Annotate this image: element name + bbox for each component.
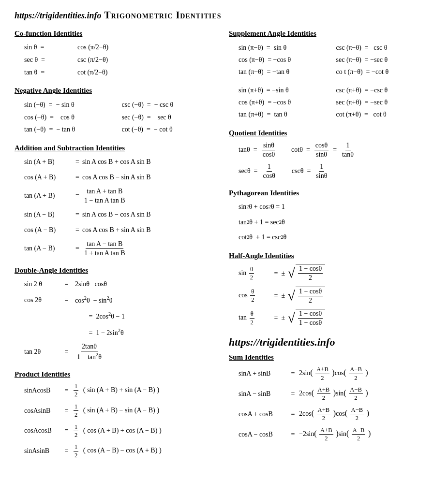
formula-row: sin (A + B) = sin A cos B + cos A sin B xyxy=(24,156,219,168)
product-section: Product Identities sinAcosB = 12 ( sin (… xyxy=(15,370,219,459)
formula-row: sec (−θ) = sec θ xyxy=(122,111,220,123)
formula-row: sec (π+θ) = −sec θ xyxy=(336,96,434,108)
formula-row: tan (π+θ) = tan θ xyxy=(239,108,336,120)
main-content: Co-function Identities sin θ = cos (π/2−… xyxy=(15,29,433,468)
header-title: Trigonometric Identities xyxy=(102,10,222,21)
cofunction-formulas: sin θ = cos (π/2−θ) sec θ = csc (π/2−θ) … xyxy=(24,42,219,78)
formula-row: = 1 − 2sin2θ xyxy=(87,326,219,338)
formula-row: cot (−θ) = − cot θ xyxy=(122,123,220,135)
formula-row: sin2θ + cos2θ = 1 xyxy=(239,201,433,213)
formula-row: tan θ2 = ± √ 1 − cosθ1 + cosθ xyxy=(239,309,433,327)
formula-row: cos θ2 = ± √ 1 + cosθ2 xyxy=(239,287,433,305)
formula-row: sec θ = csc (π/2−θ) xyxy=(24,54,219,66)
formula-row: sinA − sinB = 2cos( A+B2 )sin( A−B2 ) xyxy=(239,386,433,402)
right-column: Supplement Angle Identities sin (π−θ) = … xyxy=(229,29,433,468)
pythagorean-section: Pythagorean Identities sin2θ + cos2θ = 1… xyxy=(229,189,433,243)
sum-formulas: sinA + sinB = 2sin( A+B2 )cos( A−B2 ) si… xyxy=(239,365,433,442)
formula-row: sinAcosB = 12 ( sin (A + B) + sin (A − B… xyxy=(24,382,219,399)
pythagorean-title: Pythagorean Identities xyxy=(229,189,433,197)
formula-row: csc (π+θ) = −csc θ xyxy=(336,84,434,96)
formula-row: sin (A − B) = sin A cos B − cos A sin B xyxy=(24,209,219,220)
negative-formulas: sin (−θ) = − sin θ csc (−θ) = − csc θ co… xyxy=(24,99,219,135)
double-formulas: sin 2 θ = 2sinθ cosθ cos 2θ = cos2θ − si… xyxy=(24,278,219,362)
formula-row: cos (A + B) = cos A cos B − sin A sin B xyxy=(24,172,219,183)
addition-section: Addition and Subtraction Identities sin … xyxy=(15,144,219,258)
sum-title: Sum Identities xyxy=(229,353,433,362)
formula-row: cot (π+θ) = cot θ xyxy=(336,108,434,120)
formula-row: tan 2θ = 2tanθ 1 − tan2θ xyxy=(24,342,219,362)
negative-title: Negative Angle Identities xyxy=(15,87,219,95)
formula-row: tan θ = cot (π/2−θ) xyxy=(24,67,219,78)
formula-row: tan (A + B) = tan A + tan B 1 − tan A ta… xyxy=(24,187,219,205)
negative-section: Negative Angle Identities sin (−θ) = − s… xyxy=(15,87,219,135)
formula-row: cosAsinB = 12 ( sin (A + B) − sin (A − B… xyxy=(24,403,219,419)
supplement-formulas: sin (π−θ) = sin θ csc (π−θ) = csc θ cos … xyxy=(239,42,433,120)
halfangle-section: Half-Angle Identities sin θ2 = ± √ 1 − c… xyxy=(229,252,433,327)
formula-row: cosA − cosB = −2sin( A+B2 )sin( A−B2 ) xyxy=(239,426,433,443)
header-url: https://trigidentities.info xyxy=(15,11,102,21)
formula-row: = 2cos2θ − 1 xyxy=(87,310,219,322)
formula-row: co t (π−θ) = −cot θ xyxy=(336,66,434,78)
supplement-title: Supplement Angle Identities xyxy=(229,29,433,38)
supplement-section: Supplement Angle Identities sin (π−θ) = … xyxy=(229,29,433,120)
formula-row: cos (A − B) = cos A cos B + sin A sin B xyxy=(24,224,219,236)
formula-row: tan2θ + 1 = sec2θ xyxy=(239,217,433,228)
formula-row: csc (π−θ) = csc θ xyxy=(336,42,434,54)
formula-row: sin (−θ) = − sin θ xyxy=(24,99,122,111)
quotient-section: Quotient Identities tanθ = sinθcosθ cotθ… xyxy=(229,129,433,180)
formula-row: cos (−θ) = cos θ xyxy=(24,111,122,123)
double-title: Double-Angle Identities xyxy=(15,266,219,275)
formula-row: sinA + sinB = 2sin( A+B2 )cos( A−B2 ) xyxy=(239,365,433,382)
formula-row: sin θ = cos (π/2−θ) xyxy=(24,42,219,53)
footer-url: https://trigidentities.info xyxy=(229,336,433,349)
product-formulas: sinAcosB = 12 ( sin (A + B) + sin (A − B… xyxy=(24,382,219,459)
cofunction-title: Co-function Identities xyxy=(15,29,219,38)
sum-section: Sum Identities sinA + sinB = 2sin( A+B2 … xyxy=(229,353,433,442)
formula-row: cosA + cosB = 2cos( A+B2 )cos( A−B2 ) xyxy=(239,406,433,422)
formula-row: sec (π−θ) = −sec θ xyxy=(336,54,434,66)
formula-row: cos (π−θ) = −cos θ xyxy=(239,54,336,66)
formula-row: sin 2 θ = 2sinθ cosθ xyxy=(24,278,219,290)
formula-row: cot2θ + 1 = csc2θ xyxy=(239,232,433,243)
formula-row: csc (−θ) = − csc θ xyxy=(122,99,220,111)
double-section: Double-Angle Identities sin 2 θ = 2sinθ … xyxy=(15,266,219,362)
formula-row: cosAcosB = 12 ( cos (A + B) + cos (A − B… xyxy=(24,423,219,439)
left-column: Co-function Identities sin θ = cos (π/2−… xyxy=(15,29,219,468)
quotient-formulas: tanθ = sinθcosθ cotθ = cosθsinθ = 1tanθ … xyxy=(239,141,433,180)
cofunction-section: Co-function Identities sin θ = cos (π/2−… xyxy=(15,29,219,78)
halfangle-title: Half-Angle Identities xyxy=(229,252,433,260)
formula-row: tan (A − B) = tan A − tan B 1 + tan A ta… xyxy=(24,240,219,258)
addition-title: Addition and Subtraction Identities xyxy=(15,144,219,152)
formula-row: cos 2θ = cos2θ − sin2θ xyxy=(24,294,219,306)
formula-row: sin θ2 = ± √ 1 − cosθ2 xyxy=(239,264,433,282)
formula-row: sin (π−θ) = sin θ xyxy=(239,42,336,54)
quotient-title: Quotient Identities xyxy=(229,129,433,137)
addition-formulas: sin (A + B) = sin A cos B + cos A sin B … xyxy=(24,156,219,258)
formula-row: tan (π−θ) = −tan θ xyxy=(239,66,336,78)
product-title: Product Identities xyxy=(15,370,219,379)
page-header: https://trigidentities.info Trigonometri… xyxy=(15,10,433,21)
formula-row: sinAsinB = 12 ( cos (A − B) − cos (A + B… xyxy=(24,443,219,459)
pythagorean-formulas: sin2θ + cos2θ = 1 tan2θ + 1 = sec2θ cot2… xyxy=(239,201,433,243)
formula-row: cos (π+θ) = −cos θ xyxy=(239,96,336,108)
formula-row: tan (−θ) = − tan θ xyxy=(24,123,122,135)
halfangle-formulas: sin θ2 = ± √ 1 − cosθ2 cos θ2 xyxy=(239,264,433,327)
formula-row: sin (π+θ) = −sin θ xyxy=(239,84,336,96)
